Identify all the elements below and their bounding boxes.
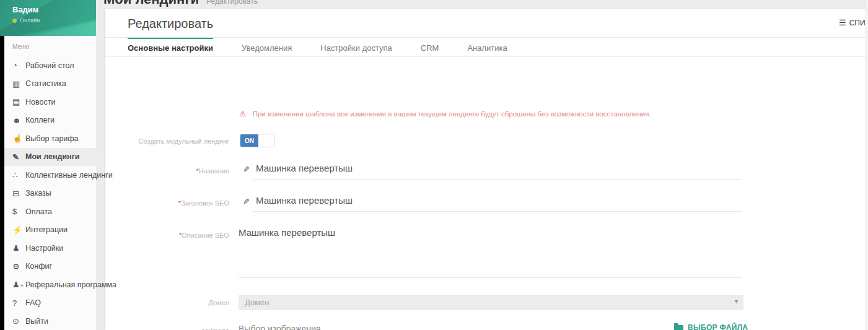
sidebar-item-faq[interactable]: ?FAQ bbox=[0, 294, 96, 313]
power-icon: ⊙ bbox=[12, 316, 25, 326]
main-settings-form: ⚠ При изменении шаблона все изменения в … bbox=[105, 57, 868, 330]
page-header: Мои лендинги Редактировать bbox=[103, 0, 258, 7]
tabs-bar: Основные настройки Уведомления Настройки… bbox=[105, 38, 868, 57]
og-image-label: og:image bbox=[105, 327, 229, 330]
sidebar-item-label: Конфиг bbox=[25, 262, 52, 271]
sidebar-item-label: Новости bbox=[25, 98, 55, 106]
name-label: *Название bbox=[105, 167, 229, 175]
choose-file-button[interactable]: ВЫБОР ФАЙЛА bbox=[674, 323, 748, 330]
domain-select[interactable]: Домен ▾ bbox=[239, 295, 743, 310]
online-status-label: Онлайн bbox=[20, 17, 40, 24]
window-left-edge bbox=[0, 36, 4, 330]
list-icon: ☰ bbox=[839, 18, 846, 27]
news-icon: ▤ bbox=[12, 97, 25, 106]
seo-description-row: *Описание SEO Машинка перевертыш bbox=[105, 227, 868, 279]
question-icon: ? bbox=[12, 298, 25, 308]
online-status-dot bbox=[12, 19, 17, 23]
sidebar-item-label: Коллективные лендинги bbox=[25, 171, 113, 180]
seo-description-label: *Описание SEO bbox=[105, 232, 229, 239]
sidebar-item-label: Выбор тарифа bbox=[25, 134, 79, 143]
sidebar-menu: ◔Рабочий стол ▥Статистика ▤Новости ☻Колл… bbox=[0, 56, 96, 330]
chevron-down-icon: ▾ bbox=[735, 298, 738, 305]
list-button[interactable]: ☰ СПИСОК bbox=[839, 18, 868, 27]
card-header: Редактировать ☰ СПИСОК bbox=[105, 9, 868, 38]
sidebar-item-statistics[interactable]: ▥Статистика bbox=[0, 75, 96, 93]
sidebar-item-label: Статистика bbox=[25, 79, 66, 88]
sidebar-item-label: Рабочий стол bbox=[25, 61, 74, 70]
sidebar-item-collective-landings[interactable]: ∴Коллективные лендинги bbox=[0, 166, 96, 185]
tab-main-settings[interactable]: Основные настройки bbox=[128, 38, 213, 56]
sidebar-item-integrations[interactable]: ⚡Интеграции bbox=[0, 221, 96, 240]
sidebar-item-label: Настройки bbox=[25, 244, 63, 253]
sidebar-item-label: Интеграции bbox=[25, 225, 68, 234]
plug-icon: ⚡ bbox=[12, 225, 25, 235]
dollar-icon: $ bbox=[12, 207, 25, 216]
breadcrumb: Редактировать bbox=[206, 0, 258, 6]
menu-section-label: Меню bbox=[0, 36, 96, 53]
pencil-icon: ✎ bbox=[243, 197, 250, 206]
dashboard-icon: ◔ bbox=[12, 61, 25, 70]
seo-title-label: *Заголовок SEO bbox=[105, 199, 229, 207]
og-image-input[interactable]: Выбор изображения bbox=[239, 324, 321, 330]
module-landing-label: Создать модульный лендинг bbox=[105, 137, 229, 145]
users-icon: ☻ bbox=[12, 116, 25, 125]
tab-analytics[interactable]: Аналитика bbox=[467, 38, 507, 56]
hand-pointer-icon: ☝ bbox=[12, 134, 25, 143]
sidebar-item-news[interactable]: ▤Новости bbox=[0, 93, 96, 111]
sidebar-item-orders[interactable]: ⊟Заказы bbox=[0, 185, 96, 203]
sidebar-item-dashboard[interactable]: ◔Рабочий стол bbox=[0, 56, 96, 75]
user-plus-icon: ♟₊ bbox=[12, 280, 25, 289]
tab-crm[interactable]: CRM bbox=[421, 38, 439, 56]
tab-notifications[interactable]: Уведомления bbox=[242, 38, 292, 56]
domain-select-placeholder: Домен bbox=[245, 298, 270, 307]
page-title: Мои лендинги bbox=[103, 0, 199, 7]
sidebar-item-label: Коллеги bbox=[25, 116, 55, 124]
sidebar-item-referral[interactable]: ♟₊Реферальная программа bbox=[0, 276, 96, 294]
seo-title-input[interactable]: Машинка перевертыш bbox=[256, 195, 353, 206]
template-warning: ⚠ При изменении шаблона все изменения в … bbox=[239, 109, 651, 118]
warning-icon: ⚠ bbox=[239, 109, 247, 118]
edit-card: Редактировать ☰ СПИСОК Основные настройк… bbox=[105, 9, 868, 330]
sidebar-item-payment[interactable]: $Оплата bbox=[0, 202, 96, 221]
warning-text: При изменении шаблона все изменения в ва… bbox=[253, 110, 651, 118]
sidebar-item-label: Мои лендинги bbox=[25, 152, 80, 161]
sidebar: Вадим Онлайн Меню ◔Рабочий стол ▥Статист… bbox=[0, 0, 96, 330]
cart-icon: ⊟ bbox=[12, 189, 25, 198]
sidebar-item-label: Выйти bbox=[25, 317, 48, 326]
module-landing-toggle[interactable]: ON bbox=[240, 134, 274, 147]
sidebar-item-label: Оплата bbox=[25, 207, 52, 216]
sidebar-item-tariff[interactable]: ☝Выбор тарифа bbox=[0, 129, 96, 148]
input-underline bbox=[253, 179, 742, 180]
gears-icon: ⚙ bbox=[12, 262, 25, 271]
landings-icon: ✎ bbox=[12, 152, 25, 162]
sidebar-item-colleagues[interactable]: ☻Коллеги bbox=[0, 111, 96, 130]
user-panel: Вадим Онлайн bbox=[0, 0, 96, 36]
pencil-icon: ✎ bbox=[243, 165, 250, 174]
scrollbar-track[interactable] bbox=[866, 0, 868, 330]
toggle-on-label: ON bbox=[240, 134, 258, 147]
card-title: Редактировать bbox=[128, 17, 213, 31]
sidebar-item-my-landings[interactable]: ✎Мои лендинги bbox=[0, 148, 96, 167]
tab-access-settings[interactable]: Настройки доступа bbox=[320, 38, 392, 56]
sidebar-item-logout[interactable]: ⊙Выйти bbox=[0, 312, 96, 330]
choose-file-label: ВЫБОР ФАЙЛА bbox=[688, 323, 748, 330]
sidebar-item-settings[interactable]: ♟Настройки bbox=[0, 239, 96, 258]
user-name: Вадим bbox=[12, 5, 38, 14]
sidebar-item-label: Реферальная программа bbox=[25, 280, 116, 289]
sidebar-item-label: FAQ bbox=[25, 298, 41, 307]
user-status: Онлайн bbox=[12, 17, 40, 24]
folder-icon bbox=[674, 325, 683, 330]
domain-label: Домен bbox=[105, 299, 229, 306]
sidebar-item-label: Заказы bbox=[25, 189, 51, 198]
name-input[interactable]: Машинка перевертыш bbox=[256, 163, 353, 173]
input-underline bbox=[253, 211, 742, 212]
share-icon: ∴ bbox=[12, 170, 25, 180]
user-icon: ♟ bbox=[12, 243, 25, 253]
seo-description-textarea[interactable]: Машинка перевертыш bbox=[239, 227, 335, 238]
stats-icon: ▥ bbox=[12, 79, 25, 89]
input-underline bbox=[239, 277, 742, 278]
sidebar-item-config[interactable]: ⚙Конфиг bbox=[0, 258, 96, 276]
